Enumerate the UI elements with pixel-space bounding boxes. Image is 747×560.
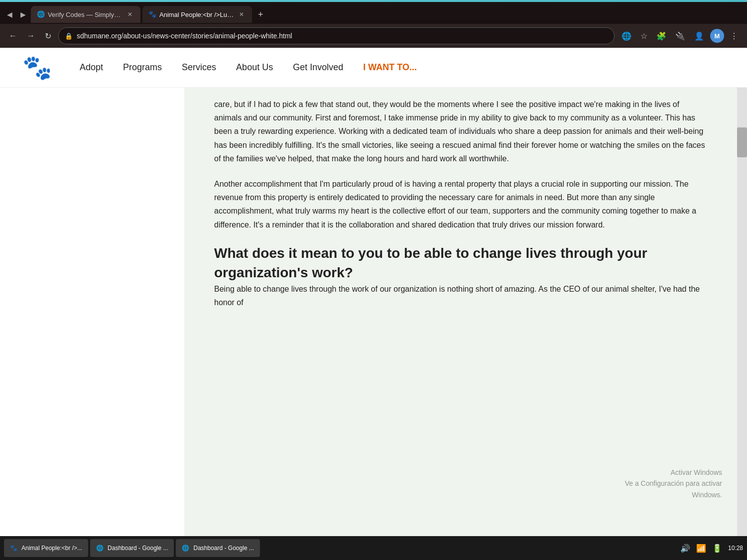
back-button[interactable]: ←: [6, 29, 20, 42]
main-content: care, but if I had to pick a few that st…: [0, 88, 747, 560]
address-text: sdhumane.org/about-us/news-center/storie…: [77, 32, 608, 40]
tab-2[interactable]: 🐾 Animal People:<br />Lupita W... ✕: [142, 6, 252, 23]
reload-button[interactable]: ↻: [42, 29, 54, 43]
tab-2-title: Animal People:<br />Lupita W...: [159, 11, 234, 18]
taskbar-item-3-label: Dashboard - Google ...: [193, 545, 253, 552]
translate-icon-btn[interactable]: 🌐: [619, 29, 634, 43]
nav-cta[interactable]: I WANT TO...: [363, 62, 417, 73]
article-area: care, but if I had to pick a few that st…: [184, 88, 737, 560]
watermark-line2: Ve a Configuración para activar: [625, 478, 722, 489]
address-bar-row: ← → ↻ 🔒 sdhumane.org/about-us/news-cente…: [0, 24, 747, 48]
article-paragraph-3: Being able to change lives through the w…: [214, 282, 707, 309]
windows-watermark: Activar Windows Ve a Configuración para …: [625, 467, 722, 500]
taskbar-item-1-favicon: 🐾: [10, 545, 17, 552]
tab-1-close[interactable]: ✕: [125, 10, 134, 19]
taskbar-right: 🔊 📶 🔋 10:28: [680, 544, 743, 553]
tab-forward-btn[interactable]: ▶: [17, 8, 29, 20]
taskbar-item-2[interactable]: 🌐 Dashboard - Google ...: [90, 539, 174, 557]
taskbar-network-icon[interactable]: 📶: [696, 544, 706, 553]
taskbar: 🐾 Animal People:<br />... 🌐 Dashboard - …: [0, 536, 747, 560]
tab-1[interactable]: 🌐 Verify Codes — SimplyCodes ✕: [31, 6, 140, 23]
taskbar-sound-icon[interactable]: 🔊: [680, 544, 690, 553]
taskbar-time: 10:28: [728, 544, 743, 553]
taskbar-item-1-label: Animal People:<br />...: [21, 545, 82, 552]
taskbar-item-1[interactable]: 🐾 Animal People:<br />...: [4, 539, 88, 557]
site-navigation: 🐾 Adopt Programs Services About Us Get I…: [0, 48, 747, 88]
article-paragraph-1: care, but if I had to pick a few that st…: [214, 98, 707, 165]
profile-icon-btn[interactable]: 👤: [691, 29, 707, 43]
ext2-icon-btn[interactable]: 🔌: [672, 29, 688, 43]
watermark-line3: Windows.: [625, 489, 722, 500]
address-bar[interactable]: 🔒 sdhumane.org/about-us/news-center/stor…: [58, 27, 615, 44]
watermark-line1: Activar Windows: [625, 467, 722, 478]
taskbar-battery-icon[interactable]: 🔋: [712, 544, 722, 553]
nav-services[interactable]: Services: [182, 62, 216, 73]
nav-get-involved[interactable]: Get Involved: [293, 62, 343, 73]
scrollbar[interactable]: [737, 88, 747, 560]
site-logo[interactable]: 🐾: [20, 52, 50, 84]
toolbar-icons: 🌐 ☆ 🧩 🔌 👤 M ⋮: [619, 29, 741, 43]
menu-button[interactable]: ⋮: [727, 29, 741, 43]
tab-bar: ◀ ▶ 🌐 Verify Codes — SimplyCodes ✕ 🐾 Ani…: [0, 2, 747, 24]
taskbar-item-3[interactable]: 🌐 Dashboard - Google ...: [176, 539, 259, 557]
nav-programs[interactable]: Programs: [123, 62, 162, 73]
article-heading: What does it mean to you to be able to c…: [214, 243, 707, 282]
star-icon-btn[interactable]: ☆: [637, 29, 650, 43]
nav-adopt[interactable]: Adopt: [80, 62, 103, 73]
tab-1-title: Verify Codes — SimplyCodes: [48, 11, 123, 18]
article-paragraph-2: Another accomplishment that I'm particul…: [214, 177, 707, 231]
new-tab-button[interactable]: +: [254, 7, 267, 22]
scroll-thumb[interactable]: [737, 127, 747, 157]
browser-chrome: ◀ ▶ 🌐 Verify Codes — SimplyCodes ✕ 🐾 Ani…: [0, 0, 747, 48]
forward-button[interactable]: →: [24, 29, 38, 42]
tab-2-favicon: 🐾: [148, 10, 156, 18]
left-sidebar-space: [0, 88, 184, 560]
nav-about-us[interactable]: About Us: [236, 62, 273, 73]
svg-text:🐾: 🐾: [22, 53, 50, 82]
article-text: care, but if I had to pick a few that st…: [214, 98, 707, 309]
tab-1-favicon: 🌐: [37, 10, 45, 18]
taskbar-item-2-label: Dashboard - Google ...: [108, 545, 168, 552]
tab-2-close[interactable]: ✕: [237, 10, 246, 19]
taskbar-item-3-favicon: 🌐: [182, 545, 189, 552]
nav-links: Adopt Programs Services About Us Get Inv…: [80, 62, 727, 73]
ext-icon-btn[interactable]: 🧩: [653, 29, 669, 43]
avatar-button[interactable]: M: [710, 29, 724, 43]
lock-icon: 🔒: [65, 32, 73, 40]
tab-back-btn[interactable]: ◀: [4, 8, 15, 20]
taskbar-clock: 10:28: [728, 544, 743, 553]
taskbar-item-2-favicon: 🌐: [96, 545, 104, 552]
website: 🐾 Adopt Programs Services About Us Get I…: [0, 48, 747, 560]
